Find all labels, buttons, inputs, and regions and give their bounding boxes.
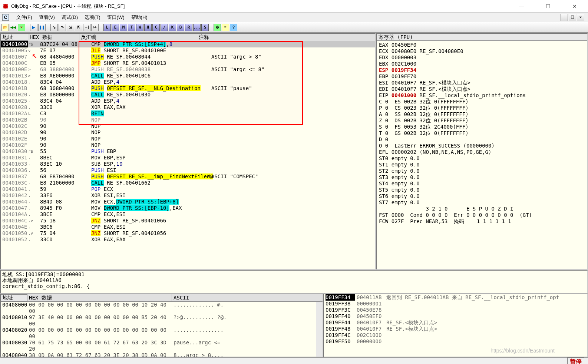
disasm-row[interactable]: 0040104A.3BCECMP ECX,ESI (1, 211, 375, 218)
toolbar-letter-m[interactable]: M (120, 24, 127, 31)
hdr-address[interactable]: 地址 (1, 34, 28, 41)
hdr-hex[interactable]: HEX 数据 (28, 34, 79, 41)
play-icon[interactable]: ▶ (30, 24, 37, 31)
disasm-row[interactable]: 00401013>E8 AE000000CALL RE_SF.004010C6 (1, 73, 375, 79)
disasm-row[interactable]: 00401005v7E 07JLE SHORT RE_SF.0040100E (1, 47, 375, 54)
registers-pane[interactable]: 寄存器 (FPU) EAX 00450EF0ECX 004080E0 RE_SF… (376, 33, 588, 270)
toolbar-letter-t[interactable]: T (128, 24, 135, 31)
disasm-row[interactable]: 00401000r$837C24 04 08CMP DWORD PTR SS:[… (1, 41, 375, 47)
dump-scrollbar[interactable] (316, 302, 323, 357)
disasm-row[interactable]: 00401033.83EC 10SUB ESP,10 (1, 161, 375, 167)
close2-icon[interactable]: × (18, 24, 25, 31)
close-button[interactable]: ✕ (567, 1, 582, 11)
trace-over-icon[interactable]: ⇱ (75, 24, 82, 31)
disasm-row[interactable]: 0040102F90NOP (1, 142, 375, 148)
disasm-row[interactable]: 0040102B90NOP (1, 117, 375, 123)
hdr-disasm[interactable]: 反汇编 (79, 34, 197, 41)
disasm-row[interactable]: 0040100768 44804000PUSH RE_SF.00408044AS… (1, 54, 375, 60)
step-into-icon[interactable]: ↘ (50, 24, 58, 31)
disasm-row[interactable]: 00401036.56PUSH ESI (1, 167, 375, 173)
cpu-icon[interactable]: C (2, 14, 9, 21)
disasm-row[interactable]: 00401041.59POP ECX (1, 186, 375, 192)
menu-options[interactable]: 选项(T) (84, 14, 101, 21)
stack-row[interactable]: 0019FF44004010F7RE_SF.<模块入口点> (324, 320, 587, 326)
disasm-row[interactable]: 00401042.33F6XOR ESI,ESI (1, 192, 375, 199)
disasm-row[interactable]: 00401030r$55PUSH EBP (1, 148, 375, 155)
menu-file[interactable]: 文件(F) (16, 14, 33, 21)
disasm-row[interactable]: 0040100CEB 05JMP SHORT RE_SF.00401013 (1, 60, 375, 66)
open-icon[interactable]: 📂 (1, 24, 9, 31)
menu-bar: C 文件(F) 查看(V) 调试(D) 选项(T) 窗口(W) 帮助(H) _ … (0, 13, 588, 22)
stack-row[interactable]: 0019FF48004010F7RE_SF.<模块入口点> (324, 326, 587, 332)
status-bar: 暂停 (0, 357, 588, 364)
disasm-row[interactable]: 0040103C.E8 21060000CALL RE_SF.00401662 (1, 180, 375, 186)
register-line: ST3 empty 0.0 (379, 174, 585, 181)
disasm-row[interactable]: 0040104E.3BC6CMP EAX,ESI (1, 224, 375, 230)
dump-row[interactable]: 0040801097 3E 40 00 00 00 00 00 00 00 00… (1, 314, 316, 327)
disasm-row[interactable]: 0040104C.v75 18JNZ SHORT RE_SF.00401066 (1, 218, 375, 224)
toolbar-letter-r[interactable]: R (185, 24, 192, 31)
disasm-body[interactable]: ↖ 00401000r$837C24 04 08CMP DWORD PTR SS… (1, 41, 375, 269)
disasm-row[interactable]: 0040101B68 30804000PUSH OFFSET RE_SF.__N… (1, 85, 375, 92)
disasm-row[interactable]: 00401044.8B4D 08MOV ECX,DWORD PTR SS:[EB… (1, 199, 375, 205)
disasm-row[interactable]: 00401050.v75 04JNZ SHORT RE_SF.00401056 (1, 230, 375, 236)
toolbar-letter-k[interactable]: K (169, 24, 176, 31)
stack-row[interactable]: 0019FF3800000001 (324, 301, 587, 307)
disasm-row[interactable]: 00401025.83C4 04ADD ESP,4 (1, 98, 375, 104)
minimize-button[interactable]: — (514, 1, 529, 11)
menu-debug[interactable]: 调试(D) (61, 14, 79, 21)
mdi-restore-icon[interactable]: ❐ (569, 14, 576, 21)
disasm-row[interactable]: 00401052.33C0XOR EAX,EAX (1, 236, 375, 243)
mdi-minimize-icon[interactable]: _ (561, 14, 568, 21)
mdi-close-icon[interactable]: × (577, 14, 584, 21)
disasm-row[interactable]: 00401047.8945 F0MOV DWORD PTR SS:[EBP-10… (1, 205, 375, 211)
dump-row[interactable]: 0040803070 61 75 73 65 00 00 00 61 72 67… (1, 340, 316, 352)
toolbar-letter-l[interactable]: L (103, 24, 111, 31)
pause-icon[interactable]: ❚❚ (38, 24, 46, 31)
menu-window[interactable]: 窗口(W) (106, 14, 125, 21)
toolbar-letter-/[interactable]: / (161, 24, 168, 31)
stack-row[interactable]: 0019FF5000000000 (324, 338, 587, 345)
toolbar-letter-h[interactable]: H (144, 24, 152, 31)
toolbar-letter-e[interactable]: E (112, 24, 119, 31)
disasm-row[interactable]: 00401028.33C0XOR EAX,EAX (1, 104, 375, 110)
dump-hdr-hex[interactable]: HEX 数据 (27, 294, 172, 301)
appearance-icon[interactable]: ≡ (222, 24, 229, 31)
disasm-row[interactable]: 0040100E>68 38804000PUSH RE_SF.00408038A… (1, 66, 375, 73)
stack-row[interactable]: 0019FF4000450EF0 (324, 313, 587, 320)
disasm-row[interactable]: 0040103768 E8704000PUSH OFFSET RE_SF.__i… (1, 173, 375, 180)
rewind-icon[interactable]: ◀◀ (10, 24, 17, 31)
trace-into-icon[interactable]: ⇲ (67, 24, 74, 31)
disasm-row[interactable]: 00401031.8BECMOV EBP,ESP (1, 155, 375, 161)
dump-hdr-addr[interactable]: 地址 (1, 294, 27, 301)
info-line: 堆栈 SS:[0019FF38]=00000001 (2, 271, 586, 277)
toolbar-letter-c[interactable]: C (152, 24, 160, 31)
maximize-button[interactable]: ☐ (541, 1, 555, 11)
disasm-row[interactable]: 0040102C90NOP (1, 123, 375, 129)
step-over-icon[interactable]: ↷ (59, 24, 66, 31)
toolbar-letter-s[interactable]: S (201, 24, 209, 31)
settings-icon[interactable]: ⚙ (214, 24, 221, 31)
stack-row[interactable]: 0019FF4C002C1000 (324, 332, 587, 338)
disasm-row[interactable]: 00401020.E8 0B000000CALL RE_SF.00401030 (1, 92, 375, 98)
hdr-comment[interactable]: 注释 (197, 34, 375, 41)
toolbar-letter-...[interactable]: ... (193, 24, 201, 31)
toolbar-letter-w[interactable]: W (136, 24, 143, 31)
disasm-row[interactable]: 0040102D90NOP (1, 129, 375, 136)
menu-view[interactable]: 查看(V) (38, 14, 56, 21)
menu-help[interactable]: 帮助(H) (131, 14, 148, 21)
disasm-row[interactable]: 0040102E90NOP (1, 136, 375, 142)
disasm-row[interactable]: 00401018.83C4 04ADD ESP,4 (1, 79, 375, 85)
stack-row[interactable]: 0019FF34004011AB返回到 RE_SF.004011AB 来自 RE… (324, 294, 587, 301)
dump-hdr-ascii[interactable]: ASCII (172, 294, 323, 301)
dump-row[interactable]: 0040800000 00 00 00 00 00 00 00 00 00 00… (1, 302, 316, 314)
exec-till-icon[interactable]: ↦ (91, 24, 99, 31)
stack-row[interactable]: 0019FF3C00450E78 (324, 307, 587, 313)
toolbar-letter-b[interactable]: B (177, 24, 184, 31)
hex-dump-pane[interactable]: 地址 HEX 数据 ASCII 0040800000 00 00 00 00 0… (0, 294, 323, 357)
help-icon[interactable]: ? (230, 24, 237, 31)
run-till-icon[interactable]: →| (83, 24, 90, 31)
dump-row[interactable]: 0040804038 0D 0A 00 61 72 67 63 20 3E 20… (1, 352, 316, 357)
dump-row[interactable]: 0040802000 00 00 00 00 00 00 00 00 00 00… (1, 327, 316, 340)
disasm-row[interactable]: 0040102ALC3RETN (1, 110, 375, 117)
